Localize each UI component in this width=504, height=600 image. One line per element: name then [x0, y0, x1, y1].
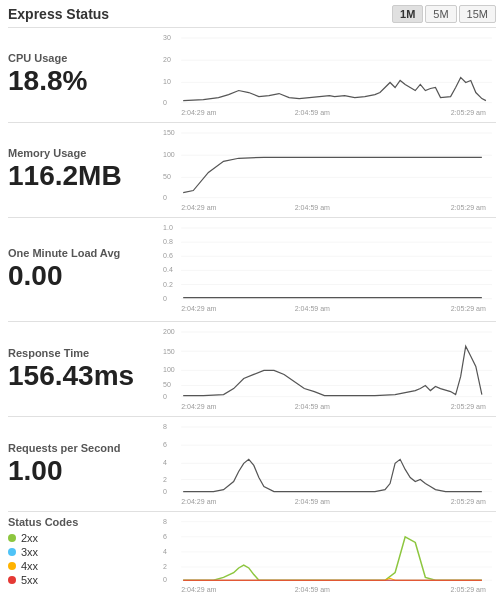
load-chart-svg: 1.0 0.8 0.6 0.4 0.2 0 2:04:29 am 2:04:59…: [163, 222, 496, 318]
app-title: Express Status: [8, 6, 109, 22]
svg-text:30: 30: [163, 34, 171, 41]
time-btn-1m[interactable]: 1M: [392, 5, 423, 23]
svg-text:6: 6: [163, 533, 167, 540]
legend-label-2xx: 2xx: [21, 532, 38, 544]
rps-chart-svg: 8 6 4 2 0 2:04:29 am 2:04:59 am 2:05:29 …: [163, 421, 496, 507]
legend-dot-5xx: [8, 576, 16, 584]
svg-text:2:05:29 am: 2:05:29 am: [451, 498, 486, 505]
legend-dot-3xx: [8, 548, 16, 556]
svg-text:0.6: 0.6: [163, 252, 173, 259]
memory-label: Memory Usage: [8, 147, 155, 159]
response-metric-row: Response Time 156.43ms 200 150 100 50 0 …: [8, 321, 496, 416]
legend-5xx: 5xx: [8, 574, 155, 586]
svg-text:2:05:29 am: 2:05:29 am: [451, 304, 486, 311]
svg-text:100: 100: [163, 367, 175, 374]
svg-text:2: 2: [163, 476, 167, 483]
svg-text:2:04:29 am: 2:04:29 am: [181, 204, 216, 211]
legend-dot-2xx: [8, 534, 16, 542]
memory-metric-left: Memory Usage 116.2MB: [8, 127, 163, 213]
response-value: 156.43ms: [8, 361, 155, 392]
svg-text:2:04:59 am: 2:04:59 am: [295, 498, 330, 505]
svg-text:200: 200: [163, 328, 175, 335]
cpu-label: CPU Usage: [8, 52, 155, 64]
svg-text:4: 4: [163, 548, 167, 555]
svg-text:0: 0: [163, 576, 167, 583]
cpu-chart: 30 20 10 0 2:04:29 am 2:04:59 am 2:05:29…: [163, 32, 496, 118]
svg-text:0: 0: [163, 193, 167, 200]
load-chart: 1.0 0.8 0.6 0.4 0.2 0 2:04:29 am 2:04:59…: [163, 222, 496, 318]
svg-text:2: 2: [163, 563, 167, 570]
svg-text:0: 0: [163, 488, 167, 495]
svg-text:2:05:29 am: 2:05:29 am: [451, 403, 486, 410]
svg-text:2:04:29 am: 2:04:29 am: [181, 304, 216, 311]
legend-label-4xx: 4xx: [21, 560, 38, 572]
svg-text:2:05:29 am: 2:05:29 am: [451, 586, 487, 593]
svg-text:2:04:29 am: 2:04:29 am: [181, 109, 216, 116]
status-codes-left: Status Codes 2xx 3xx 4xx 5xx: [8, 516, 163, 600]
svg-text:1.0: 1.0: [163, 224, 173, 231]
status-codes-row: Status Codes 2xx 3xx 4xx 5xx 8 6 4: [8, 511, 496, 600]
svg-text:20: 20: [163, 56, 171, 63]
load-value: 0.00: [8, 261, 155, 292]
svg-text:2:04:29 am: 2:04:29 am: [181, 586, 217, 593]
svg-text:2:04:29 am: 2:04:29 am: [181, 403, 216, 410]
svg-text:2:04:59 am: 2:04:59 am: [295, 304, 330, 311]
memory-metric-row: Memory Usage 116.2MB 150 100 50 0 2:04:2…: [8, 122, 496, 217]
cpu-metric-row: CPU Usage 18.8% 30 20 10 0 2:04:29 am 2:…: [8, 27, 496, 122]
svg-text:2:04:59 am: 2:04:59 am: [295, 586, 331, 593]
memory-chart-svg: 150 100 50 0 2:04:29 am 2:04:59 am 2:05:…: [163, 127, 496, 213]
svg-text:2:04:29 am: 2:04:29 am: [181, 498, 216, 505]
svg-text:2:04:59 am: 2:04:59 am: [295, 403, 330, 410]
legend-label-5xx: 5xx: [21, 574, 38, 586]
svg-text:8: 8: [163, 518, 167, 525]
status-chart-svg: 8 6 4 2 0 2:04:29 am 2:04:59 am: [163, 516, 496, 600]
svg-text:8: 8: [163, 423, 167, 430]
rps-chart: 8 6 4 2 0 2:04:29 am 2:04:59 am 2:05:29 …: [163, 421, 496, 507]
svg-text:150: 150: [163, 129, 175, 136]
svg-text:2:05:29 am: 2:05:29 am: [451, 109, 486, 116]
legend-2xx: 2xx: [8, 532, 155, 544]
memory-chart: 150 100 50 0 2:04:29 am 2:04:59 am 2:05:…: [163, 127, 496, 213]
time-btn-15m[interactable]: 15M: [459, 5, 496, 23]
svg-text:0.4: 0.4: [163, 266, 173, 273]
time-btn-5m[interactable]: 5M: [425, 5, 456, 23]
cpu-value: 18.8%: [8, 66, 155, 97]
response-label: Response Time: [8, 347, 155, 359]
load-metric-left: One Minute Load Avg 0.00: [8, 222, 163, 318]
svg-text:50: 50: [163, 173, 171, 180]
memory-value: 116.2MB: [8, 161, 155, 192]
status-chart: 8 6 4 2 0 2:04:29 am 2:04:59 am: [163, 516, 496, 600]
svg-text:2:04:59 am: 2:04:59 am: [295, 109, 330, 116]
load-metric-row: One Minute Load Avg 0.00 1.0 0.8 0.6 0.4…: [8, 217, 496, 322]
svg-text:4: 4: [163, 460, 167, 467]
app-header: Express Status 1M 5M 15M: [8, 5, 496, 23]
svg-text:0: 0: [163, 99, 167, 106]
svg-text:0: 0: [163, 393, 167, 400]
svg-text:50: 50: [163, 381, 171, 388]
legend-label-3xx: 3xx: [21, 546, 38, 558]
rps-metric-row: Requests per Second 1.00 8 6 4 2 0 2:04:…: [8, 416, 496, 511]
svg-text:2:05:29 am: 2:05:29 am: [451, 204, 486, 211]
svg-text:100: 100: [163, 151, 175, 158]
status-codes-label: Status Codes: [8, 516, 155, 528]
svg-text:0.2: 0.2: [163, 280, 173, 287]
response-metric-left: Response Time 156.43ms: [8, 326, 163, 412]
svg-text:2:04:59 am: 2:04:59 am: [295, 204, 330, 211]
rps-value: 1.00: [8, 456, 155, 487]
response-chart: 200 150 100 50 0 2:04:29 am 2:04:59 am 2…: [163, 326, 496, 412]
time-button-group: 1M 5M 15M: [392, 5, 496, 23]
svg-text:6: 6: [163, 441, 167, 448]
legend-dot-4xx: [8, 562, 16, 570]
svg-text:150: 150: [163, 349, 175, 356]
cpu-chart-svg: 30 20 10 0 2:04:29 am 2:04:59 am 2:05:29…: [163, 32, 496, 118]
svg-text:0: 0: [163, 294, 167, 301]
cpu-metric-left: CPU Usage 18.8%: [8, 32, 163, 118]
rps-metric-left: Requests per Second 1.00: [8, 421, 163, 507]
load-label: One Minute Load Avg: [8, 247, 155, 259]
svg-text:0.8: 0.8: [163, 238, 173, 245]
response-chart-svg: 200 150 100 50 0 2:04:29 am 2:04:59 am 2…: [163, 326, 496, 412]
legend-3xx: 3xx: [8, 546, 155, 558]
legend-4xx: 4xx: [8, 560, 155, 572]
svg-text:10: 10: [163, 78, 171, 85]
rps-label: Requests per Second: [8, 442, 155, 454]
